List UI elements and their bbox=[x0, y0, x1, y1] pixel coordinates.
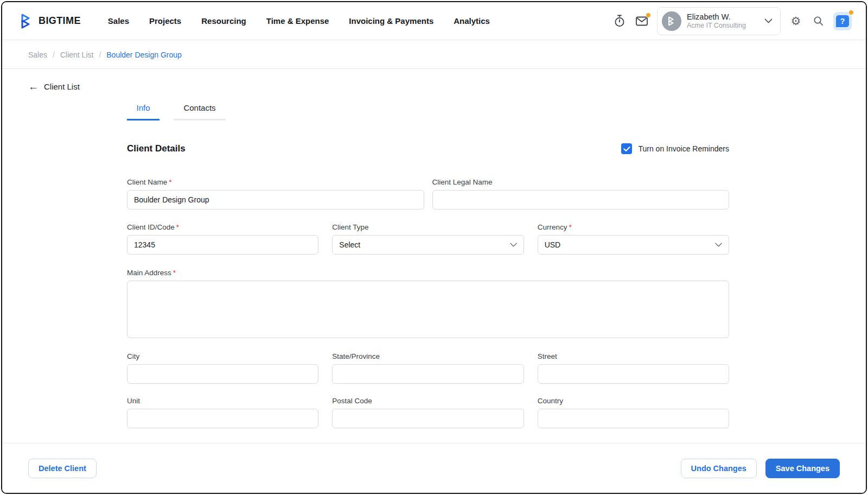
invoice-reminders-label: Turn on Invoice Reminders bbox=[638, 144, 729, 153]
required-marker: * bbox=[169, 178, 171, 186]
city-label: City bbox=[127, 352, 139, 360]
undo-changes-button[interactable]: Undo Changes bbox=[681, 459, 757, 478]
field-currency: Currency* USD bbox=[538, 223, 729, 255]
country-label: Country bbox=[538, 397, 563, 405]
nav-item-time-expense[interactable]: Time & Expense bbox=[266, 16, 329, 26]
breadcrumb: Sales / Client List / Boulder Design Gro… bbox=[2, 41, 866, 69]
section-header: Client Details Turn on Invoice Reminders bbox=[127, 143, 729, 154]
client-name-label: Client Name bbox=[127, 178, 167, 186]
field-state-province: State/Province bbox=[332, 352, 524, 384]
client-id-code-input[interactable] bbox=[127, 235, 318, 255]
client-type-label: Client Type bbox=[332, 223, 368, 231]
avatar bbox=[662, 11, 681, 31]
city-input[interactable] bbox=[127, 364, 318, 384]
field-country: Country bbox=[538, 397, 729, 428]
unit-label: Unit bbox=[127, 397, 140, 405]
form-row: City State/Province Street bbox=[127, 352, 729, 384]
breadcrumb-client-list[interactable]: Client List bbox=[60, 50, 93, 59]
required-marker: * bbox=[176, 223, 179, 231]
main-content: ← Client List Info Contacts Client Detai… bbox=[2, 69, 866, 493]
field-postal-code: Postal Code bbox=[332, 397, 524, 428]
main-address-textarea[interactable] bbox=[127, 281, 729, 338]
main-address-label: Main Address bbox=[127, 269, 171, 277]
client-name-input[interactable] bbox=[127, 190, 424, 210]
nav-item-invoicing-payments[interactable]: Invoicing & Payments bbox=[349, 16, 433, 26]
field-street: Street bbox=[538, 352, 729, 384]
currency-value: USD bbox=[545, 240, 561, 249]
form-row: Unit Postal Code Country bbox=[127, 397, 729, 428]
tab-bar: Info Contacts bbox=[127, 103, 240, 120]
search-icon[interactable] bbox=[811, 14, 825, 28]
street-input[interactable] bbox=[538, 364, 729, 384]
user-menu[interactable]: Elizabeth W. Acme IT Consulting bbox=[657, 7, 781, 35]
main-nav: Sales Projects Resourcing Time & Expense… bbox=[108, 16, 490, 26]
nav-item-resourcing[interactable]: Resourcing bbox=[201, 16, 246, 26]
help-notification-dot bbox=[848, 10, 854, 15]
street-label: Street bbox=[538, 352, 557, 360]
field-main-address: Main Address* bbox=[127, 269, 729, 340]
nav-item-analytics[interactable]: Analytics bbox=[454, 16, 490, 26]
messages-icon[interactable] bbox=[635, 14, 649, 28]
state-province-label: State/Province bbox=[332, 352, 380, 360]
field-city: City bbox=[127, 352, 318, 384]
page-title: Client Details bbox=[127, 143, 186, 154]
tab-contacts[interactable]: Contacts bbox=[174, 103, 226, 120]
breadcrumb-current-client[interactable]: Boulder Design Group bbox=[106, 50, 182, 59]
brand-name: BIGTIME bbox=[39, 15, 81, 27]
back-arrow-icon: ← bbox=[28, 81, 39, 92]
required-marker: * bbox=[569, 223, 571, 231]
user-name: Elizabeth W. bbox=[687, 12, 746, 22]
app-window: BIGTIME Sales Projects Resourcing Time &… bbox=[1, 1, 867, 494]
back-to-client-list-link[interactable]: ← Client List bbox=[28, 81, 80, 92]
country-input[interactable] bbox=[538, 409, 729, 428]
client-type-select[interactable]: Select bbox=[332, 235, 524, 255]
field-unit: Unit bbox=[127, 397, 318, 428]
gear-icon[interactable]: ⚙ bbox=[789, 14, 803, 28]
currency-select[interactable]: USD bbox=[538, 235, 729, 255]
timer-icon[interactable] bbox=[612, 14, 627, 28]
tab-info[interactable]: Info bbox=[127, 103, 159, 120]
form-row: Main Address* bbox=[127, 269, 729, 340]
unit-input[interactable] bbox=[127, 409, 318, 428]
form-row: Client Name* Client Legal Name bbox=[127, 178, 729, 210]
required-marker: * bbox=[173, 269, 176, 277]
form-row: Client ID/Code* Client Type Select bbox=[127, 223, 729, 255]
checkbox-checked-icon[interactable] bbox=[621, 143, 632, 154]
footer-action-bar: Delete Client Undo Changes Save Changes bbox=[2, 443, 866, 493]
messages-notification-dot bbox=[646, 12, 651, 18]
nav-item-sales[interactable]: Sales bbox=[108, 16, 129, 26]
invoice-reminders-toggle[interactable]: Turn on Invoice Reminders bbox=[621, 143, 729, 154]
postal-code-label: Postal Code bbox=[332, 397, 372, 405]
delete-client-button[interactable]: Delete Client bbox=[28, 459, 97, 478]
client-type-value: Select bbox=[339, 240, 360, 249]
help-bubble-icon: ? bbox=[836, 15, 849, 27]
chevron-down-icon bbox=[510, 243, 517, 247]
client-legal-name-label: Client Legal Name bbox=[432, 178, 493, 186]
chevron-down-icon bbox=[764, 18, 773, 23]
nav-item-projects[interactable]: Projects bbox=[149, 16, 181, 26]
save-changes-button[interactable]: Save Changes bbox=[765, 459, 840, 478]
chevron-down-icon bbox=[715, 243, 722, 247]
top-nav-bar: BIGTIME Sales Projects Resourcing Time &… bbox=[2, 2, 866, 40]
brand-logo[interactable]: BIGTIME bbox=[20, 13, 81, 29]
topbar-actions: Elizabeth W. Acme IT Consulting ⚙ ? bbox=[612, 7, 852, 35]
breadcrumb-separator: / bbox=[53, 50, 55, 59]
client-legal-name-input[interactable] bbox=[432, 190, 730, 210]
help-icon[interactable]: ? bbox=[833, 12, 852, 30]
field-client-id-code: Client ID/Code* bbox=[127, 223, 318, 255]
field-client-legal-name: Client Legal Name bbox=[432, 178, 730, 210]
breadcrumb-sales[interactable]: Sales bbox=[28, 50, 47, 59]
breadcrumb-separator: / bbox=[99, 50, 101, 59]
back-link-label: Client List bbox=[44, 82, 80, 91]
bigtime-logo-icon bbox=[20, 13, 34, 29]
state-province-input[interactable] bbox=[332, 364, 524, 384]
postal-code-input[interactable] bbox=[332, 409, 524, 428]
field-client-name: Client Name* bbox=[127, 178, 424, 210]
currency-label: Currency bbox=[538, 223, 567, 231]
user-organization: Acme IT Consulting bbox=[687, 22, 746, 30]
client-id-code-label: Client ID/Code bbox=[127, 223, 175, 231]
field-client-type: Client Type Select bbox=[332, 223, 524, 255]
